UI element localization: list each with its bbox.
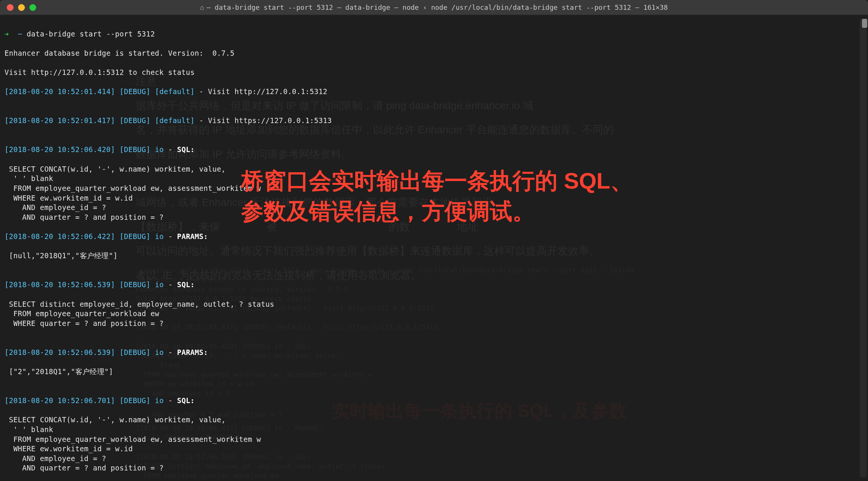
timestamp: [2018-08-20 10:52:01.414] [5,87,115,96]
maximize-button[interactable] [29,4,36,11]
timestamp: [2018-08-20 10:52:06.539] [5,348,115,356]
scrollbar-thumb[interactable] [862,19,867,28]
prompt-arrow-icon: ➜ [5,30,9,38]
timestamp: [2018-08-20 10:52:06.420] [5,145,115,154]
startup-line-1: Enhancer database bridge is started. Ver… [5,49,863,58]
params-body: ["2","2018Q1","客户经理"] [5,367,863,377]
sql-body: SELECT CONCAT(w.id, '-', w.name) workite… [5,415,863,473]
log-level: [DEBUG] [119,116,150,125]
timestamp: [2018-08-20 10:52:06.539] [5,280,115,289]
log-entry: [2018-08-20 10:52:06.422] [DEBUG] io - P… [5,232,863,242]
log-level: [DEBUG] [119,348,150,356]
log-entry: [2018-08-20 10:52:01.417] [DEBUG] [defau… [5,116,863,126]
window-title-text: — data-bridge start --port 5312 — data-b… [206,3,668,11]
log-level: [DEBUG] [119,396,150,405]
log-entry: [2018-08-20 10:52:06.539] [DEBUG] io - P… [5,348,863,358]
log-tag: [default] [155,116,195,125]
sql-label: SQL: [177,396,195,405]
params-body: [null,"2018Q1","客户经理"] [5,251,863,261]
timestamp: [2018-08-20 10:52:06.422] [5,232,115,240]
log-entry: [2018-08-20 10:52:01.414] [DEBUG] [defau… [5,87,863,97]
log-message: Visit https://127.0.0.1:5313 [208,116,332,125]
timestamp: [2018-08-20 10:52:01.417] [5,116,115,125]
timestamp: [2018-08-20 10:52:06.701] [5,396,115,405]
log-tag: io [155,280,164,289]
scrollbar-track[interactable] [860,19,866,477]
sql-body: SELECT CONCAT(w.id, '-', w.name) workite… [5,164,863,222]
startup-line-2: Visit http://127.0.0.1:5312 to check sta… [5,68,863,78]
log-tag: io [155,396,164,405]
close-button[interactable] [7,4,14,11]
sql-label: SQL: [177,280,195,289]
log-level: [DEBUG] [119,280,150,289]
prompt-line: ➜ ~ data-bridge start --port 5312 [5,29,863,39]
prompt-cwd: ~ [18,30,22,38]
log-tag: io [155,232,164,240]
log-entry: [2018-08-20 10:52:06.420] [DEBUG] io - S… [5,145,863,155]
log-level: [DEBUG] [119,87,150,96]
log-message: Visit http://127.0.0.1:5312 [208,87,327,96]
log-entry: [2018-08-20 10:52:06.539] [DEBUG] io - S… [5,280,863,290]
log-level: [DEBUG] [119,145,150,154]
log-tag: io [155,145,164,154]
params-label: PARAMS: [177,232,208,240]
home-icon: ⌂ [200,3,204,11]
window-titlebar[interactable]: ⌂— data-bridge start --port 5312 — data-… [0,0,868,15]
traffic-lights [7,4,36,11]
terminal-body[interactable]: ➜ ~ data-bridge start --port 5312 Enhanc… [0,15,868,481]
terminal-window: ⌂— data-bridge start --port 5312 — data-… [0,0,868,481]
command-text: data-bridge start --port 5312 [27,30,155,38]
window-title: ⌂— data-bridge start --port 5312 — data-… [200,3,668,12]
log-tag: [default] [155,87,195,96]
params-label: PARAMS: [177,348,208,356]
sql-body: SELECT distinct employee_id, employee_na… [5,300,863,329]
minimize-button[interactable] [18,4,25,11]
log-tag: io [155,348,164,356]
log-level: [DEBUG] [119,232,150,240]
log-entry: [2018-08-20 10:52:06.701] [DEBUG] io - S… [5,396,863,406]
sql-label: SQL: [177,145,195,154]
